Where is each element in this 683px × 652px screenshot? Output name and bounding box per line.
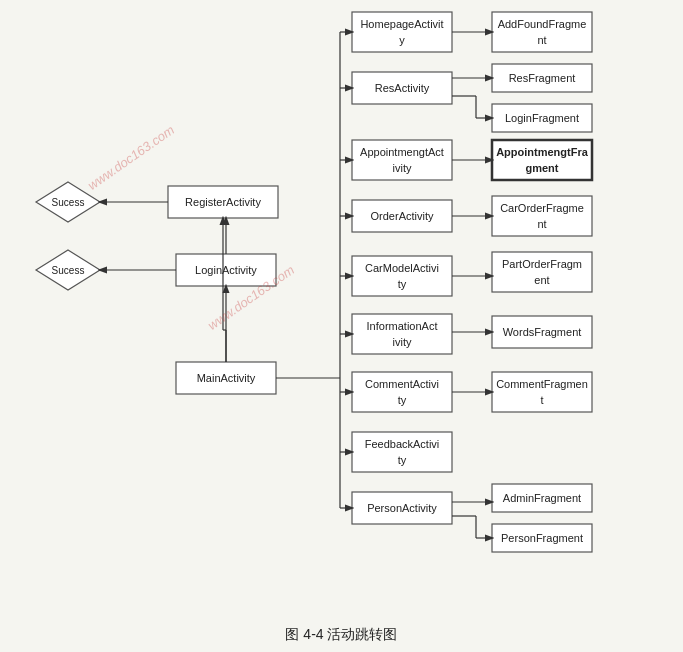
svg-text:nt: nt bbox=[537, 34, 546, 46]
main-label: MainActivity bbox=[197, 372, 256, 384]
register-label: RegisterActivity bbox=[185, 196, 261, 208]
commentfragment-label: CommentFragmen bbox=[496, 378, 588, 390]
svg-text:nt: nt bbox=[537, 218, 546, 230]
svg-text:y: y bbox=[399, 34, 405, 46]
res-label: ResActivity bbox=[375, 82, 430, 94]
svg-text:t: t bbox=[540, 394, 543, 406]
carorderfragment-label: CarOrderFragme bbox=[500, 202, 584, 214]
diagram-caption: 图 4-4 活动跳转图 bbox=[0, 626, 683, 644]
resfragment-label: ResFragment bbox=[509, 72, 576, 84]
svg-text:ivity: ivity bbox=[393, 162, 412, 174]
homepage-label: HomepageActivit bbox=[360, 18, 443, 30]
personfragment-label: PersonFragment bbox=[501, 532, 583, 544]
svg-text:ent: ent bbox=[534, 274, 549, 286]
sucess1-label: Sucess bbox=[52, 197, 85, 208]
loginfragment-label: LoginFragment bbox=[505, 112, 579, 124]
svg-text:ty: ty bbox=[398, 454, 407, 466]
wordsfragment-label: WordsFragment bbox=[503, 326, 582, 338]
partorderfragment-label: PartOrderFragm bbox=[502, 258, 582, 270]
adminfragment-label: AdminFragment bbox=[503, 492, 581, 504]
diagram-svg: HomepageActivit y AddFoundFragme nt ResA… bbox=[0, 0, 683, 620]
appointmengt-label: AppointmengtAct bbox=[360, 146, 444, 158]
sucess2-label: Sucess bbox=[52, 265, 85, 276]
carmodel-label: CarModelActivi bbox=[365, 262, 439, 274]
svg-text:ty: ty bbox=[398, 394, 407, 406]
information-label: InformationAct bbox=[367, 320, 438, 332]
svg-text:ivity: ivity bbox=[393, 336, 412, 348]
feedback-label: FeedbackActivi bbox=[365, 438, 440, 450]
person-label: PersonActivity bbox=[367, 502, 437, 514]
order-label: OrderActivity bbox=[371, 210, 434, 222]
diagram-container: HomepageActivit y AddFoundFragme nt ResA… bbox=[0, 0, 683, 652]
login-label: LoginActivity bbox=[195, 264, 257, 276]
comment-label: CommentActivi bbox=[365, 378, 439, 390]
svg-text:gment: gment bbox=[526, 162, 559, 174]
appointmengtfra-label: AppointmengtFra bbox=[496, 146, 589, 158]
addfound-label: AddFoundFragme bbox=[498, 18, 587, 30]
svg-text:ty: ty bbox=[398, 278, 407, 290]
